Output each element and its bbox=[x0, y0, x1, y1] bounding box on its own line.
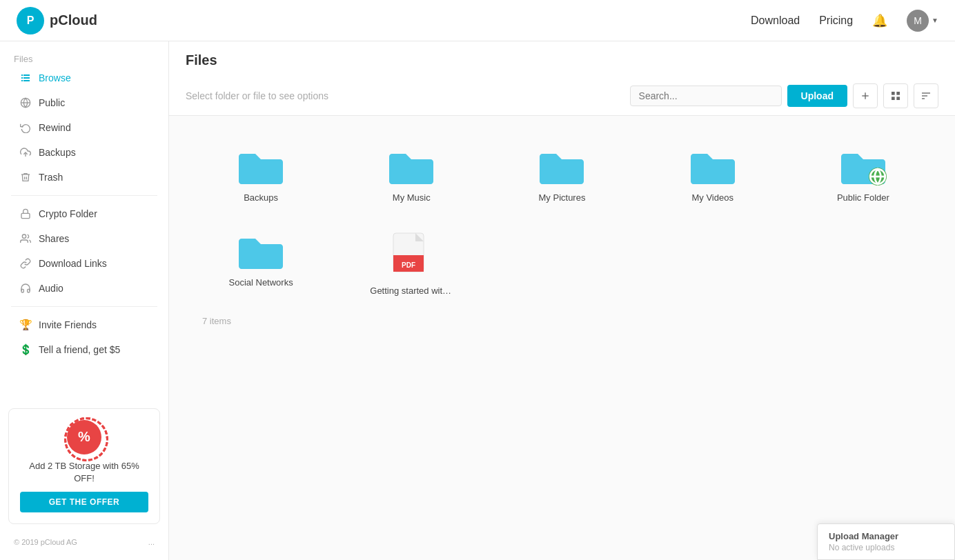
promo-badge-icon: % bbox=[67, 420, 101, 454]
nav-right: Download Pricing 🔔 M ▼ bbox=[751, 10, 938, 32]
sidebar-item-download-links[interactable]: Download Links bbox=[6, 252, 163, 275]
folder-icon-backups bbox=[236, 147, 286, 187]
folder-item-public-folder[interactable]: Public Folder bbox=[788, 132, 938, 217]
sidebar-item-public[interactable]: Public bbox=[6, 91, 163, 114]
folder-icon-my-pictures bbox=[537, 147, 587, 187]
svg-text:PDF: PDF bbox=[402, 261, 415, 269]
sort-button[interactable] bbox=[914, 83, 938, 108]
toolbar-actions: Upload bbox=[630, 83, 938, 108]
promo-box: % Add 2 TB Storage with 65% OFF! GET THE… bbox=[8, 408, 160, 524]
trash-icon bbox=[19, 171, 32, 183]
top-navigation: P pCloud Download Pricing 🔔 M ▼ bbox=[0, 0, 955, 41]
page-title: Files bbox=[186, 52, 938, 77]
folder-label: My Videos bbox=[691, 192, 733, 203]
sidebar-item-label: Shares bbox=[39, 233, 69, 244]
folder-label: Backups bbox=[244, 192, 278, 203]
sidebar-item-label: Public bbox=[39, 97, 65, 108]
chevron-down-icon: ▼ bbox=[932, 17, 938, 24]
selection-hint: Select folder or file to see options bbox=[186, 90, 328, 101]
logo-area: P pCloud bbox=[17, 7, 97, 34]
sidebar-divider-1 bbox=[11, 195, 157, 196]
folder-label: My Pictures bbox=[539, 192, 586, 203]
sidebar-item-label: Rewind bbox=[39, 122, 71, 133]
folder-item-my-music[interactable]: My Music bbox=[336, 132, 486, 217]
sidebar: Files Browse Public Rewind B bbox=[0, 41, 169, 560]
pdf-icon: PDF bbox=[391, 232, 432, 280]
upload-manager-panel[interactable]: Upload Manager No active uploads bbox=[817, 523, 955, 560]
users-icon bbox=[19, 232, 32, 245]
sidebar-item-label: Tell a friend, get $5 bbox=[39, 344, 120, 355]
svg-rect-16 bbox=[896, 97, 900, 100]
sidebar-item-referral[interactable]: 💲 Tell a friend, get $5 bbox=[6, 338, 163, 361]
folder-label: My Music bbox=[393, 192, 431, 203]
sidebar-item-label: Crypto Folder bbox=[39, 208, 97, 219]
folder-label: Social Networks bbox=[228, 277, 293, 288]
folder-item-backups[interactable]: Backups bbox=[186, 132, 336, 217]
sidebar-item-invite[interactable]: 🏆 Invite Friends bbox=[6, 313, 163, 337]
folder-icon-public bbox=[838, 147, 888, 187]
dollar-icon: 💲 bbox=[19, 343, 32, 356]
sidebar-item-trash[interactable]: Trash bbox=[6, 166, 163, 189]
logo-letter: P bbox=[27, 14, 35, 27]
file-label: Getting started with p… bbox=[370, 286, 453, 296]
svg-rect-3 bbox=[23, 77, 30, 79]
sidebar-item-browse[interactable]: Browse bbox=[6, 66, 163, 90]
promo-text: Add 2 TB Storage with 65% OFF! bbox=[20, 460, 148, 485]
trophy-icon: 🏆 bbox=[19, 319, 32, 331]
logo-text: pCloud bbox=[50, 12, 97, 28]
logo-icon[interactable]: P bbox=[17, 7, 44, 34]
file-item-getting-started[interactable]: PDF Getting started with p… bbox=[336, 217, 486, 310]
svg-rect-4 bbox=[21, 80, 23, 81]
link-icon bbox=[19, 257, 32, 270]
folder-icon-my-videos bbox=[688, 147, 738, 187]
files-toolbar: Select folder or file to see options Upl… bbox=[186, 77, 938, 115]
pricing-link[interactable]: Pricing bbox=[819, 14, 853, 27]
add-folder-button[interactable] bbox=[853, 83, 878, 108]
download-link[interactable]: Download bbox=[751, 14, 800, 27]
svg-rect-14 bbox=[896, 92, 900, 95]
list-icon bbox=[19, 72, 32, 84]
lock-icon bbox=[19, 208, 32, 220]
content-area: Files Select folder or file to see optio… bbox=[169, 41, 955, 560]
folder-item-my-pictures[interactable]: My Pictures bbox=[486, 132, 637, 217]
avatar: M bbox=[907, 10, 929, 32]
items-count: 7 items bbox=[186, 310, 938, 329]
svg-rect-15 bbox=[892, 97, 895, 100]
sidebar-divider-2 bbox=[11, 306, 157, 307]
copyright-text: © 2019 pCloud AG bbox=[14, 538, 77, 546]
upload-manager-title: Upload Manager bbox=[829, 531, 943, 541]
upload-cloud-icon bbox=[19, 146, 32, 159]
sidebar-item-label: Invite Friends bbox=[39, 319, 97, 330]
folder-item-my-videos[interactable]: My Videos bbox=[638, 132, 788, 217]
public-badge-icon bbox=[869, 168, 887, 186]
svg-rect-0 bbox=[21, 74, 23, 76]
notifications-bell-icon[interactable]: 🔔 bbox=[872, 13, 887, 28]
headphones-icon bbox=[19, 282, 32, 294]
svg-rect-13 bbox=[892, 92, 895, 95]
sidebar-item-label: Download Links bbox=[39, 258, 107, 269]
files-header: Files Select folder or file to see optio… bbox=[169, 41, 955, 116]
folder-icon-social bbox=[236, 232, 286, 272]
upload-button[interactable]: Upload bbox=[787, 85, 847, 107]
search-input[interactable] bbox=[630, 86, 782, 106]
more-options-icon[interactable]: ... bbox=[148, 538, 155, 546]
svg-point-10 bbox=[22, 234, 26, 238]
sidebar-item-shares[interactable]: Shares bbox=[6, 227, 163, 250]
folder-icon-my-music bbox=[386, 147, 436, 187]
sidebar-item-rewind[interactable]: Rewind bbox=[6, 116, 163, 139]
grid-container: Backups My Music bbox=[186, 132, 938, 310]
sidebar-item-label: Backups bbox=[39, 147, 76, 158]
globe-icon bbox=[19, 97, 32, 109]
sidebar-item-label: Trash bbox=[39, 172, 63, 183]
sidebar-item-backups[interactable]: Backups bbox=[6, 141, 163, 164]
folder-item-social-networks[interactable]: Social Networks bbox=[186, 217, 336, 310]
main-layout: Files Browse Public Rewind B bbox=[0, 41, 955, 560]
get-offer-button[interactable]: GET THE OFFER bbox=[20, 492, 148, 512]
grid-view-button[interactable] bbox=[883, 83, 908, 108]
upload-manager-status: No active uploads bbox=[829, 543, 943, 552]
sidebar-item-label: Audio bbox=[39, 283, 63, 294]
sidebar-item-crypto[interactable]: Crypto Folder bbox=[6, 202, 163, 226]
svg-rect-9 bbox=[21, 213, 30, 218]
sidebar-item-audio[interactable]: Audio bbox=[6, 277, 163, 300]
user-avatar-button[interactable]: M ▼ bbox=[907, 10, 938, 32]
